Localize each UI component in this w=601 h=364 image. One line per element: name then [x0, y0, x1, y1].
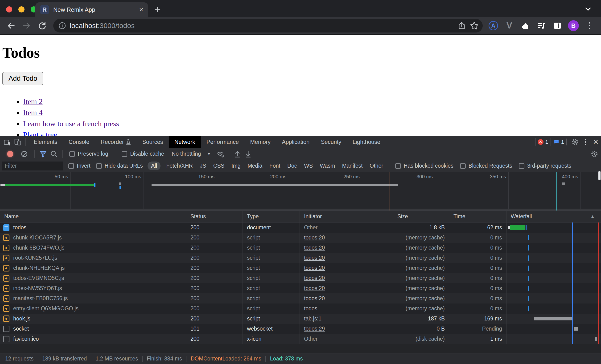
initiator-link[interactable]: todos:20	[304, 295, 325, 302]
url-text[interactable]: localhost:3000/todos	[70, 22, 454, 30]
network-overview-timeline[interactable]: 50 ms100 ms150 ms200 ms250 ms300 ms350 m…	[0, 172, 601, 211]
table-row[interactable]: hook.js200scripttab.js:1187 kB169 ms	[0, 314, 601, 324]
devtools-close-icon[interactable]: ✕	[591, 137, 601, 147]
request-name-cell[interactable]: root-KUN257LU.js	[0, 253, 186, 263]
todo-link[interactable]: Item 2	[23, 97, 43, 106]
network-conditions-icon[interactable]	[215, 149, 225, 159]
network-settings-gear-icon[interactable]	[590, 149, 599, 159]
filter-type-img[interactable]: Img	[231, 163, 240, 169]
forward-button[interactable]	[20, 19, 33, 32]
tab-elements[interactable]: Elements	[28, 136, 63, 148]
record-network-log-button[interactable]	[7, 151, 13, 157]
table-row[interactable]: todos-EVBMNO5C.js200scripttodos:20(memor…	[0, 273, 601, 283]
filter-type-wasm[interactable]: Wasm	[320, 163, 335, 169]
initiator-link[interactable]: todos:20	[304, 245, 325, 251]
table-row[interactable]: chunk-NHLHEKQA.js200scripttodos:20(memor…	[0, 263, 601, 273]
preserve-log-checkbox[interactable]: Preserve log	[69, 151, 108, 157]
add-todo-button[interactable]: Add Todo	[2, 72, 43, 85]
table-row[interactable]: index-NW55YQ6T.js200scripttodos:20(memor…	[0, 283, 601, 293]
filter-checkbox-3rd-party-requests[interactable]: 3rd-party requests	[519, 163, 571, 169]
invert-checkbox[interactable]: Invert	[68, 163, 90, 169]
request-name-cell[interactable]: manifest-EB0BC756.js	[0, 293, 186, 304]
filter-type-css[interactable]: CSS	[213, 163, 224, 169]
filter-checkbox-blocked-requests[interactable]: Blocked Requests	[460, 163, 512, 169]
table-row[interactable]: favicon.ico200x-iconOther(disk cache)1 m…	[0, 334, 601, 344]
filter-input[interactable]	[2, 162, 63, 171]
playlist-music-icon[interactable]	[535, 19, 548, 32]
column-header-type[interactable]: Type	[243, 211, 300, 222]
tab-sources[interactable]: Sources	[137, 136, 169, 148]
column-header-waterfall[interactable]: Waterfall▲	[507, 211, 601, 222]
issues-badge[interactable]: 1	[551, 138, 566, 146]
device-toolbar-icon[interactable]	[13, 137, 23, 147]
table-row[interactable]: entry.client-Q6XMGOGO.js200scripttodos(m…	[0, 304, 601, 314]
column-header-name[interactable]: Name	[0, 211, 186, 222]
tab-memory[interactable]: Memory	[244, 136, 276, 148]
filter-checkbox-has-blocked-cookies[interactable]: Has blocked cookies	[395, 163, 453, 169]
initiator-link[interactable]: todos	[304, 305, 317, 312]
error-badge[interactable]: ✕1	[535, 138, 551, 146]
devtools-settings-gear-icon[interactable]	[570, 137, 580, 147]
filter-type-other[interactable]: Other	[370, 163, 383, 169]
tab-network[interactable]: Network	[169, 136, 201, 148]
request-name-cell[interactable]: chunk-KIOCA5R7.js	[0, 233, 186, 243]
browser-menu-icon[interactable]	[583, 19, 596, 32]
disable-cache-checkbox[interactable]: Disable cache	[122, 151, 164, 157]
request-name-cell[interactable]: chunk-NHLHEKQA.js	[0, 263, 186, 273]
table-row[interactable]: todos200documentOther1.8 kB62 ms	[0, 222, 601, 233]
column-header-size[interactable]: Size	[393, 211, 449, 222]
request-name-cell[interactable]: favicon.ico	[0, 334, 186, 344]
table-row[interactable]: chunk-KIOCA5R7.js200scripttodos:20(memor…	[0, 233, 601, 243]
tab-console[interactable]: Console	[63, 136, 95, 148]
tab-recorder[interactable]: Recorder	[95, 136, 137, 148]
filter-type-all[interactable]: All	[148, 162, 161, 170]
inspect-element-icon[interactable]	[2, 137, 13, 147]
site-info-icon[interactable]	[58, 21, 66, 30]
profile-avatar[interactable]: B	[568, 20, 579, 31]
initiator-link[interactable]: todos:29	[304, 326, 325, 332]
back-button[interactable]	[4, 19, 18, 32]
browser-tab[interactable]: R New Remix App ×	[35, 2, 148, 17]
tab-performance[interactable]: Performance	[201, 136, 244, 148]
table-row[interactable]: chunk-6BO74FWO.js200scripttodos:20(memor…	[0, 243, 601, 253]
filter-funnel-icon[interactable]	[39, 149, 48, 159]
close-window-button[interactable]	[6, 6, 12, 12]
vue-devtools-icon[interactable]: V	[507, 21, 512, 31]
initiator-link[interactable]: todos:20	[304, 234, 325, 241]
request-name-cell[interactable]: todos	[0, 222, 186, 233]
tab-search-chevron-icon[interactable]	[584, 6, 592, 12]
request-name-cell[interactable]: index-NW55YQ6T.js	[0, 283, 186, 293]
devtools-menu-icon[interactable]	[580, 137, 591, 147]
devtools-scrollbar-thumb[interactable]	[598, 171, 601, 180]
side-panel-icon[interactable]	[551, 19, 564, 32]
tab-close-icon[interactable]: ×	[139, 6, 143, 13]
column-header-initiator[interactable]: Initiator	[300, 211, 393, 222]
clear-network-log-icon[interactable]	[21, 151, 27, 157]
extensions-puzzle-icon[interactable]	[519, 19, 532, 32]
extension-a-icon[interactable]: A	[489, 21, 498, 30]
request-name-cell[interactable]: chunk-6BO74FWO.js	[0, 243, 186, 253]
tab-security[interactable]: Security	[315, 136, 347, 148]
search-icon[interactable]	[49, 149, 59, 159]
import-har-icon[interactable]	[233, 149, 242, 159]
initiator-link[interactable]: todos:20	[304, 275, 325, 281]
request-name-cell[interactable]: hook.js	[0, 314, 186, 324]
initiator-link[interactable]: todos:20	[304, 265, 325, 271]
initiator-link[interactable]: todos:20	[304, 255, 325, 261]
column-header-status[interactable]: Status	[186, 211, 243, 222]
tab-lighthouse[interactable]: Lighthouse	[347, 136, 386, 148]
share-icon[interactable]	[457, 21, 466, 30]
request-name-cell[interactable]: entry.client-Q6XMGOGO.js	[0, 304, 186, 314]
filter-type-fetch-xhr[interactable]: Fetch/XHR	[166, 163, 192, 169]
address-bar[interactable]: localhost:3000/todos	[53, 19, 483, 32]
request-name-cell[interactable]: socket	[0, 324, 186, 334]
throttling-select[interactable]: No throttling▼	[172, 151, 211, 157]
request-name-cell[interactable]: todos-EVBMNO5C.js	[0, 273, 186, 283]
bookmark-star-icon[interactable]	[470, 21, 479, 30]
new-tab-button[interactable]: +	[154, 4, 160, 16]
table-row[interactable]: root-KUN257LU.js200scripttodos:20(memory…	[0, 253, 601, 263]
filter-type-doc[interactable]: Doc	[287, 163, 297, 169]
filter-type-js[interactable]: JS	[200, 163, 206, 169]
initiator-link[interactable]: tab.js:1	[304, 316, 321, 322]
filter-type-font[interactable]: Font	[269, 163, 280, 169]
